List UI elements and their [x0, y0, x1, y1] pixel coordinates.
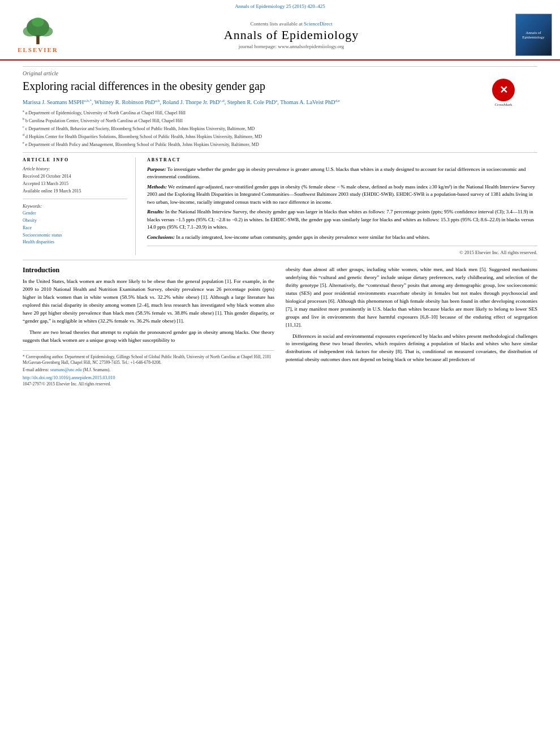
intro-para1: In the United States, black women are mu…	[23, 278, 274, 325]
author2: Whitney R. Robinson PhDa,b	[94, 99, 160, 105]
page: Annals of Epidemiology 25 (2015) 420–425…	[0, 0, 560, 747]
affiliation-d: d d Hopkins Center for Health Disparitie…	[23, 132, 537, 140]
abstract-conclusions: Conclusions: In a racially integrated, l…	[147, 234, 537, 242]
elsevier-logo: ELSEVIER	[7, 17, 69, 53]
author3: Roland J. Thorpe Jr. PhDc,d	[162, 99, 224, 105]
journal-homepage: journal homepage: www.annalsofepidemiiol…	[69, 44, 514, 49]
accepted-date: Accepted 13 March 2015	[23, 181, 127, 187]
left-col: ARTICLE INFO Article history: Received 2…	[23, 157, 136, 256]
footnote-email: E-mail address: seamans@unc.edu (M.J. Se…	[23, 367, 274, 374]
title-text: Exploring racial differences in the obes…	[23, 79, 537, 98]
info-abstract-row: ARTICLE INFO Article history: Received 2…	[23, 157, 537, 256]
keywords-label: Keywords:	[23, 204, 127, 209]
keyword-5: Health disparities	[23, 239, 127, 246]
journal-volume: Annals of Epidemiology 25 (2015) 420–425	[235, 3, 325, 9]
divider-2	[23, 260, 537, 260]
footnote-text: * Corresponding author. Department of Ep…	[23, 354, 274, 374]
footnote-section: * Corresponding author. Department of Ep…	[23, 350, 274, 388]
affiliations: a a Department of Epidemiology, Universi…	[23, 109, 537, 147]
body-two-col: Introduction In the United States, black…	[23, 266, 537, 388]
keywords-list: Gender Obesity Race Socioeconomic status…	[23, 210, 127, 246]
keyword-4: Socioeconomic status	[23, 232, 127, 239]
right-para2: Differences in social and environmental …	[286, 333, 537, 364]
elsevier-tree-icon	[15, 17, 61, 45]
copyright-line: © 2015 Elsevier Inc. All rights reserved…	[147, 246, 537, 255]
received-date: Received 20 October 2014	[23, 173, 127, 179]
abstract-col: ABSTRACT Purpose: To investigate whether…	[147, 157, 537, 256]
body-left: Introduction In the United States, black…	[23, 266, 274, 388]
issn-text: 1047-2797/© 2015 Elsevier Inc. All right…	[23, 381, 274, 388]
content-area: Original article Exploring racial differ…	[0, 61, 560, 393]
article-type: Original article	[23, 66, 537, 76]
journal-header: Annals of Epidemiology 25 (2015) 420–425…	[0, 0, 560, 61]
elsevier-wordmark: ELSEVIER	[18, 46, 58, 53]
intro-para2: There are two broad theories that attemp…	[23, 329, 274, 345]
body-right: obesity than almost all other groups, in…	[286, 266, 537, 388]
author5: Thomas A. LaVeist PhDd,e	[280, 99, 340, 105]
journal-name: Annals of Epidemiology	[69, 28, 514, 42]
crossmark[interactable]: ✕ CrossMark	[492, 79, 515, 107]
email-link[interactable]: seamans@unc.edu	[50, 367, 82, 372]
journal-top-bar: Annals of Epidemiology 25 (2015) 420–425	[0, 3, 560, 9]
keyword-3: Race	[23, 225, 127, 232]
svg-point-3	[38, 26, 53, 36]
footnote-corresponding: * Corresponding author. Department of Ep…	[23, 354, 274, 366]
svg-point-4	[32, 17, 44, 26]
abstract-label: ABSTRACT	[147, 157, 537, 162]
body-right-text: obesity than almost all other groups, in…	[286, 266, 537, 364]
journal-title-center: Contents lists available at ScienceDirec…	[69, 21, 514, 49]
keyword-2: Obesity	[23, 217, 127, 225]
affiliation-a: a a Department of Epidemiology, Universi…	[23, 109, 537, 116]
abstract-methods: Methods: We estimated age-adjusted, race…	[147, 183, 537, 207]
crossmark-logo: ✕	[492, 79, 515, 101]
author4: Stephen R. Cole PhDa	[227, 99, 278, 105]
body-section: Introduction In the United States, black…	[23, 266, 537, 388]
affiliation-c: c c Department of Health, Behavior and S…	[23, 124, 537, 132]
affiliation-e: e e Department of Health Policy and Mana…	[23, 140, 537, 148]
divider-left	[23, 199, 127, 199]
authors-line: Marissa J. Seamans MSPHa,b,*, Whitney R.…	[23, 98, 537, 106]
divider-1	[23, 152, 537, 153]
intro-heading: Introduction	[23, 266, 274, 274]
keyword-1: Gender	[23, 210, 127, 217]
article-title: Exploring racial differences in the obes…	[23, 79, 537, 93]
journal-thumb: Annals of Epidemiology	[514, 14, 553, 56]
affiliation-b: b b Carolina Population Center, Universi…	[23, 117, 537, 124]
abstract-purpose: Purpose: To investigate whether the gend…	[147, 166, 537, 181]
available-date: Available online 19 March 2015	[23, 188, 127, 194]
crossmark-text: CrossMark	[494, 102, 512, 107]
right-para1: obesity than almost all other groups, in…	[286, 266, 537, 329]
contents-available: Contents lists available at ScienceDirec…	[69, 21, 514, 27]
sciencedirect-link[interactable]: ScienceDirect	[304, 21, 332, 27]
svg-point-2	[23, 26, 37, 36]
article-info-label: ARTICLE INFO	[23, 157, 127, 162]
author1: Marissa J. Seamans MSPHa,b,*	[23, 99, 92, 105]
article-history-label: Article history:	[23, 166, 127, 172]
doi-link[interactable]: http://dx.doi.org/10.1016/j.annepidem.20…	[23, 375, 274, 380]
abstract-text: Purpose: To investigate whether the gend…	[147, 166, 537, 242]
journal-cover-image: Annals of Epidemiology	[515, 14, 552, 56]
journal-header-inner: ELSEVIER Contents lists available at Sci…	[0, 11, 560, 59]
abstract-results: Results: In the National Health Intervie…	[147, 208, 537, 231]
intro-text: In the United States, black women are mu…	[23, 278, 274, 345]
title-row: Exploring racial differences in the obes…	[23, 79, 537, 98]
